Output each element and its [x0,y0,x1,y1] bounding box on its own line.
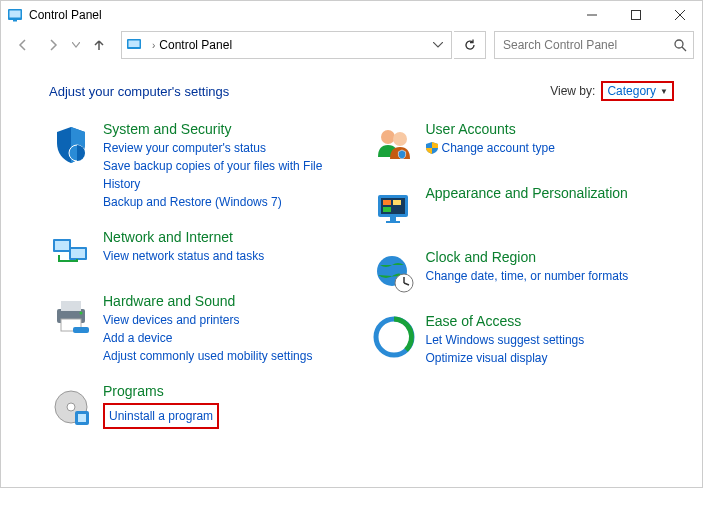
recent-dropdown[interactable] [69,31,83,59]
category-title[interactable]: Hardware and Sound [103,293,352,309]
category-link[interactable]: Adjust commonly used mobility settings [103,347,352,365]
up-button[interactable] [85,31,113,59]
category-network-internet: Network and Internet View network status… [49,229,352,275]
category-title[interactable]: Appearance and Personalization [426,185,675,201]
left-column: System and Security Review your computer… [49,121,352,447]
svg-rect-4 [632,11,641,20]
right-column: User Accounts Change account type [372,121,675,447]
viewby-label: View by: [550,84,595,98]
svg-rect-1 [10,11,21,18]
svg-point-22 [67,403,75,411]
network-icon [49,231,93,275]
svg-rect-30 [393,200,401,205]
category-title[interactable]: User Accounts [426,121,675,137]
category-link[interactable]: Change account type [442,139,555,157]
category-link[interactable]: Let Windows suggest settings [426,331,675,349]
search-icon[interactable] [673,38,687,52]
svg-point-9 [675,40,683,48]
category-programs: Programs Uninstall a program [49,383,352,429]
users-icon [372,123,416,167]
category-link[interactable]: Save backup copies of your files with Fi… [103,157,352,193]
header-row: Adjust your computer's settings View by:… [49,81,674,101]
category-link[interactable]: Optimize visual display [426,349,675,367]
category-title[interactable]: Network and Internet [103,229,352,245]
page-title: Adjust your computer's settings [49,84,550,99]
chevron-down-icon: ▼ [660,87,668,96]
link-uninstall-program[interactable]: Uninstall a program [103,403,219,429]
address-bar[interactable]: › Control Panel [121,31,452,59]
disc-icon [49,385,93,429]
category-title[interactable]: System and Security [103,121,352,137]
svg-rect-20 [73,327,89,333]
category-link[interactable]: Add a device [103,329,352,347]
minimize-button[interactable] [570,1,614,29]
address-dropdown-icon[interactable] [429,42,447,48]
svg-rect-24 [78,414,86,422]
category-title[interactable]: Clock and Region [426,249,675,265]
category-link[interactable]: Backup and Restore (Windows 7) [103,193,352,211]
category-user-accounts: User Accounts Change account type [372,121,675,167]
category-link[interactable]: View network status and tasks [103,247,352,265]
printer-icon [49,295,93,339]
category-system-security: System and Security Review your computer… [49,121,352,211]
svg-rect-33 [386,221,400,223]
svg-rect-15 [71,249,85,258]
back-button[interactable] [9,31,37,59]
svg-rect-17 [61,301,81,311]
category-title[interactable]: Programs [103,383,352,399]
category-link[interactable]: View devices and printers [103,311,352,329]
close-button[interactable] [658,1,702,29]
content-area: Adjust your computer's settings View by:… [1,65,702,487]
svg-rect-29 [383,200,391,205]
svg-rect-2 [13,20,17,22]
search-box[interactable] [494,31,694,59]
address-control-panel-icon [126,37,144,53]
breadcrumb-chevron-icon[interactable]: › [152,40,155,51]
titlebar: Control Panel [1,1,702,29]
svg-point-19 [80,312,83,315]
svg-point-26 [393,132,407,146]
shield-icon [49,123,93,167]
search-input[interactable] [501,37,673,53]
category-ease-of-access: Ease of Access Let Windows suggest setti… [372,313,675,367]
category-clock-region: Clock and Region Change date, time, or n… [372,249,675,295]
category-columns: System and Security Review your computer… [49,121,674,447]
svg-point-39 [391,323,396,328]
viewby-dropdown[interactable]: Category ▼ [601,81,674,101]
viewby-value: Category [607,84,656,98]
refresh-button[interactable] [454,31,486,59]
svg-rect-31 [383,207,391,212]
window-title: Control Panel [29,8,570,22]
control-panel-icon [7,7,23,23]
toolbar: › Control Panel [1,29,702,65]
category-hardware-sound: Hardware and Sound View devices and prin… [49,293,352,365]
category-link[interactable]: Change date, time, or number formats [426,267,675,285]
breadcrumb[interactable]: Control Panel [159,38,232,52]
ease-of-access-icon [372,315,416,359]
svg-point-25 [381,130,395,144]
window-buttons [570,1,702,29]
globe-clock-icon [372,251,416,295]
svg-rect-13 [55,241,69,250]
category-link[interactable]: Review your computer's status [103,139,352,157]
svg-rect-32 [390,217,396,221]
svg-line-10 [682,47,686,51]
monitor-icon [372,187,416,231]
uac-shield-icon [426,142,438,154]
forward-button[interactable] [39,31,67,59]
maximize-button[interactable] [614,1,658,29]
category-appearance-personalization: Appearance and Personalization [372,185,675,231]
control-panel-window: Control Panel [0,0,703,488]
category-title[interactable]: Ease of Access [426,313,675,329]
svg-rect-8 [129,41,140,48]
